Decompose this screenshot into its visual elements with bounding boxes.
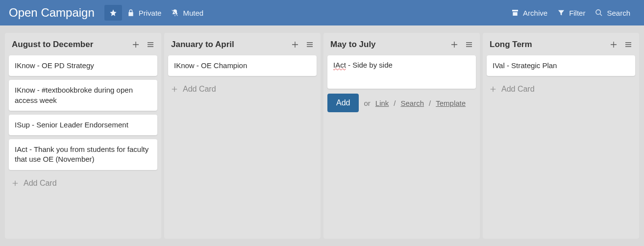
card[interactable]: IVal - Strategic Plan bbox=[487, 55, 635, 76]
board: August to December IKnow - OE PD Strateg… bbox=[0, 25, 644, 246]
add-card-button[interactable]: Add Card bbox=[487, 80, 635, 98]
archive-icon bbox=[511, 9, 519, 17]
plus-icon bbox=[12, 180, 19, 187]
filter-button[interactable]: Filter bbox=[552, 5, 590, 21]
plus-icon[interactable] bbox=[610, 41, 618, 49]
bell-off-icon bbox=[171, 9, 179, 17]
menu-icon[interactable] bbox=[147, 41, 154, 49]
menu-icon[interactable] bbox=[306, 41, 314, 49]
template-link[interactable]: Template bbox=[436, 99, 466, 107]
muted-button[interactable]: Muted bbox=[166, 5, 208, 21]
search-link[interactable]: Search bbox=[401, 99, 424, 107]
compose-text-prefix: IAct bbox=[333, 61, 346, 69]
card[interactable]: IKnow - OE Champion bbox=[168, 55, 317, 76]
column-header: August to December bbox=[9, 37, 157, 51]
column-title[interactable]: Long Term bbox=[490, 40, 610, 49]
column-aug-dec: August to December IKnow - OE PD Strateg… bbox=[5, 33, 161, 239]
star-icon bbox=[109, 9, 117, 17]
plus-icon bbox=[171, 86, 178, 93]
search-icon bbox=[595, 9, 603, 17]
column-header: Long Term bbox=[487, 37, 635, 51]
private-button[interactable]: Private bbox=[122, 5, 167, 21]
link-link[interactable]: Link bbox=[375, 99, 389, 107]
or-label: or bbox=[364, 99, 370, 107]
menu-icon[interactable] bbox=[624, 41, 632, 49]
plus-icon[interactable] bbox=[450, 41, 458, 49]
filter-icon bbox=[557, 9, 565, 17]
add-button[interactable]: Add bbox=[327, 94, 359, 112]
private-label: Private bbox=[139, 9, 162, 17]
add-card-button[interactable]: Add Card bbox=[168, 80, 317, 98]
star-button[interactable] bbox=[104, 5, 122, 21]
add-card-label: Add Card bbox=[24, 179, 57, 188]
menu-icon[interactable] bbox=[465, 41, 473, 49]
column-long-term: Long Term IVal - Strategic Plan Add Card bbox=[483, 33, 639, 239]
search-label: Search bbox=[607, 9, 630, 17]
column-header: January to April bbox=[168, 37, 317, 51]
column-title[interactable]: August to December bbox=[12, 40, 132, 49]
card[interactable]: IAct - Thank you from students for facul… bbox=[9, 139, 157, 170]
board-title: Open Campaign bbox=[9, 6, 95, 20]
archive-label: Archive bbox=[523, 9, 547, 17]
card[interactable]: IKnow - OE PD Strategy bbox=[9, 55, 157, 76]
add-card-label: Add Card bbox=[183, 85, 216, 94]
column-may-jul: May to July IAct - Side by side Add or L… bbox=[323, 33, 480, 239]
column-title[interactable]: January to April bbox=[171, 40, 291, 49]
card[interactable]: IKnow - #textbookbroke during open acces… bbox=[9, 80, 157, 111]
topbar: Open Campaign Private Muted Archive Filt… bbox=[0, 0, 644, 25]
archive-button[interactable]: Archive bbox=[506, 5, 552, 21]
column-header: May to July bbox=[327, 37, 476, 51]
muted-label: Muted bbox=[183, 9, 203, 17]
add-card-label: Add Card bbox=[501, 85, 535, 94]
lock-icon bbox=[127, 9, 135, 17]
add-card-button[interactable]: Add Card bbox=[9, 174, 157, 193]
column-jan-apr: January to April IKnow - OE Champion Add… bbox=[164, 33, 321, 239]
compose-actions: Add or Link / Search / Template bbox=[327, 93, 476, 115]
compose-text-rest: - Side by side bbox=[346, 61, 393, 69]
card-compose-input[interactable]: IAct - Side by side bbox=[327, 55, 476, 89]
plus-icon[interactable] bbox=[132, 41, 140, 49]
search-button[interactable]: Search bbox=[590, 5, 635, 21]
column-title[interactable]: May to July bbox=[330, 40, 450, 49]
filter-label: Filter bbox=[569, 9, 585, 17]
plus-icon[interactable] bbox=[291, 41, 299, 49]
plus-icon bbox=[490, 86, 496, 93]
card[interactable]: ISup - Senior Leader Endorsement bbox=[9, 115, 157, 135]
